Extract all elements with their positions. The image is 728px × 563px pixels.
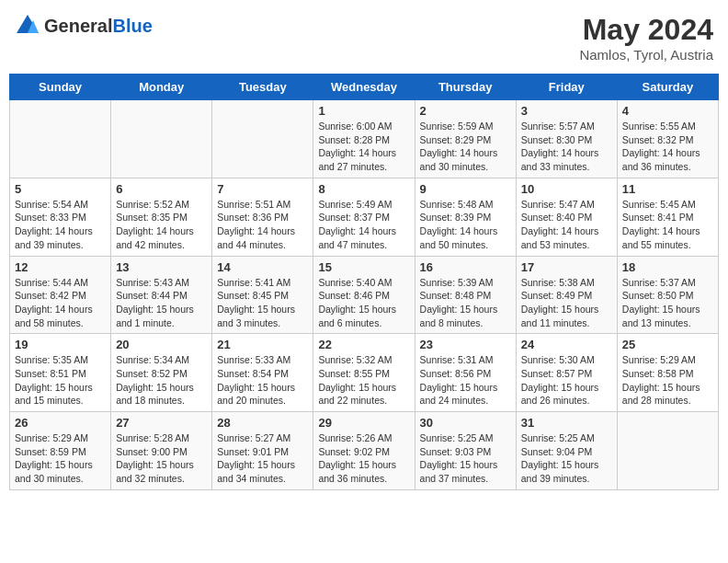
logo-general: General <box>44 16 112 36</box>
day-number: 4 <box>622 104 713 118</box>
day-cell-5: 5Sunrise: 5:54 AM Sunset: 8:33 PM Daylig… <box>10 178 111 256</box>
day-info: Sunrise: 5:48 AM Sunset: 8:39 PM Dayligh… <box>420 198 511 252</box>
day-info: Sunrise: 5:43 AM Sunset: 8:44 PM Dayligh… <box>116 276 207 330</box>
day-info: Sunrise: 5:49 AM Sunset: 8:37 PM Dayligh… <box>318 198 409 252</box>
day-info: Sunrise: 5:52 AM Sunset: 8:35 PM Dayligh… <box>116 198 207 252</box>
day-number: 28 <box>217 416 308 430</box>
day-number: 17 <box>521 260 612 274</box>
day-cell-19: 19Sunrise: 5:35 AM Sunset: 8:51 PM Dayli… <box>10 334 111 412</box>
day-info: Sunrise: 5:39 AM Sunset: 8:48 PM Dayligh… <box>420 276 511 330</box>
day-cell-26: 26Sunrise: 5:29 AM Sunset: 8:59 PM Dayli… <box>10 412 111 490</box>
day-cell-6: 6Sunrise: 5:52 AM Sunset: 8:35 PM Daylig… <box>111 178 212 256</box>
empty-cell <box>212 100 313 178</box>
day-number: 13 <box>116 260 207 274</box>
day-cell-7: 7Sunrise: 5:51 AM Sunset: 8:36 PM Daylig… <box>212 178 313 256</box>
day-cell-28: 28Sunrise: 5:27 AM Sunset: 9:01 PM Dayli… <box>212 412 313 490</box>
empty-cell <box>10 100 111 178</box>
day-cell-1: 1Sunrise: 6:00 AM Sunset: 8:28 PM Daylig… <box>313 100 415 178</box>
day-number: 9 <box>420 182 511 196</box>
day-info: Sunrise: 5:26 AM Sunset: 9:02 PM Dayligh… <box>318 431 409 486</box>
day-info: Sunrise: 5:59 AM Sunset: 8:29 PM Dayligh… <box>420 120 511 174</box>
day-number: 6 <box>116 182 207 196</box>
day-info: Sunrise: 5:37 AM Sunset: 8:50 PM Dayligh… <box>622 276 713 330</box>
day-number: 25 <box>622 338 713 351</box>
day-cell-11: 11Sunrise: 5:45 AM Sunset: 8:41 PM Dayli… <box>617 178 718 256</box>
day-cell-23: 23Sunrise: 5:31 AM Sunset: 8:56 PM Dayli… <box>415 334 516 412</box>
day-number: 21 <box>217 338 308 351</box>
day-number: 5 <box>15 182 106 196</box>
page-header: GeneralBlue May 2024 Namlos, Tyrol, Aust… <box>9 9 719 66</box>
day-cell-10: 10Sunrise: 5:47 AM Sunset: 8:40 PM Dayli… <box>516 178 617 256</box>
day-cell-25: 25Sunrise: 5:29 AM Sunset: 8:58 PM Dayli… <box>617 334 718 412</box>
week-row-5: 26Sunrise: 5:29 AM Sunset: 8:59 PM Dayli… <box>10 412 719 490</box>
day-number: 15 <box>318 260 409 274</box>
logo-blue: Blue <box>112 16 152 36</box>
day-cell-13: 13Sunrise: 5:43 AM Sunset: 8:44 PM Dayli… <box>111 256 212 334</box>
day-info: Sunrise: 5:30 AM Sunset: 8:57 PM Dayligh… <box>521 353 612 408</box>
day-info: Sunrise: 5:27 AM Sunset: 9:01 PM Dayligh… <box>217 431 308 486</box>
day-cell-21: 21Sunrise: 5:33 AM Sunset: 8:54 PM Dayli… <box>212 334 313 412</box>
day-cell-12: 12Sunrise: 5:44 AM Sunset: 8:42 PM Dayli… <box>10 256 111 334</box>
day-number: 1 <box>318 104 409 118</box>
day-cell-15: 15Sunrise: 5:40 AM Sunset: 8:46 PM Dayli… <box>313 256 415 334</box>
day-info: Sunrise: 5:31 AM Sunset: 8:56 PM Dayligh… <box>420 353 511 408</box>
day-cell-4: 4Sunrise: 5:55 AM Sunset: 8:32 PM Daylig… <box>617 100 718 178</box>
day-info: Sunrise: 5:54 AM Sunset: 8:33 PM Dayligh… <box>15 198 106 252</box>
day-number: 24 <box>521 338 612 351</box>
day-info: Sunrise: 5:35 AM Sunset: 8:51 PM Dayligh… <box>15 353 106 408</box>
day-info: Sunrise: 5:55 AM Sunset: 8:32 PM Dayligh… <box>622 120 713 174</box>
day-info: Sunrise: 5:25 AM Sunset: 9:04 PM Dayligh… <box>521 431 612 486</box>
day-number: 14 <box>217 260 308 274</box>
day-info: Sunrise: 5:29 AM Sunset: 8:58 PM Dayligh… <box>622 353 713 408</box>
day-number: 29 <box>318 416 409 430</box>
day-cell-14: 14Sunrise: 5:41 AM Sunset: 8:45 PM Dayli… <box>212 256 313 334</box>
day-number: 27 <box>116 416 207 430</box>
weekday-header-tuesday: Tuesday <box>212 75 313 100</box>
weekday-header-saturday: Saturday <box>617 75 718 100</box>
calendar-table: SundayMondayTuesdayWednesdayThursdayFrid… <box>9 74 719 490</box>
day-number: 30 <box>420 416 511 430</box>
day-number: 3 <box>521 104 612 118</box>
calendar-title: May 2024 <box>579 13 713 47</box>
day-number: 16 <box>420 260 511 274</box>
week-row-2: 5Sunrise: 5:54 AM Sunset: 8:33 PM Daylig… <box>10 178 719 256</box>
day-info: Sunrise: 5:28 AM Sunset: 9:00 PM Dayligh… <box>116 431 207 486</box>
day-number: 22 <box>318 338 409 351</box>
week-row-1: 1Sunrise: 6:00 AM Sunset: 8:28 PM Daylig… <box>10 100 719 178</box>
day-number: 19 <box>15 338 106 351</box>
day-info: Sunrise: 5:57 AM Sunset: 8:30 PM Dayligh… <box>521 120 612 174</box>
weekday-header-sunday: Sunday <box>10 75 111 100</box>
day-cell-30: 30Sunrise: 5:25 AM Sunset: 9:03 PM Dayli… <box>415 412 516 490</box>
title-block: May 2024 Namlos, Tyrol, Austria <box>579 13 713 63</box>
logo-icon <box>15 13 40 39</box>
day-number: 2 <box>420 104 511 118</box>
empty-cell <box>111 100 212 178</box>
day-info: Sunrise: 6:00 AM Sunset: 8:28 PM Dayligh… <box>318 120 409 174</box>
day-number: 7 <box>217 182 308 196</box>
day-info: Sunrise: 5:38 AM Sunset: 8:49 PM Dayligh… <box>521 276 612 330</box>
week-row-3: 12Sunrise: 5:44 AM Sunset: 8:42 PM Dayli… <box>10 256 719 334</box>
empty-cell <box>617 412 718 490</box>
weekday-header-wednesday: Wednesday <box>313 75 415 100</box>
weekday-header-monday: Monday <box>111 75 212 100</box>
weekday-header-thursday: Thursday <box>415 75 516 100</box>
day-number: 8 <box>318 182 409 196</box>
day-number: 31 <box>521 416 612 430</box>
day-cell-29: 29Sunrise: 5:26 AM Sunset: 9:02 PM Dayli… <box>313 412 415 490</box>
day-info: Sunrise: 5:33 AM Sunset: 8:54 PM Dayligh… <box>217 353 308 408</box>
day-cell-2: 2Sunrise: 5:59 AM Sunset: 8:29 PM Daylig… <box>415 100 516 178</box>
day-number: 23 <box>420 338 511 351</box>
day-cell-27: 27Sunrise: 5:28 AM Sunset: 9:00 PM Dayli… <box>111 412 212 490</box>
day-cell-31: 31Sunrise: 5:25 AM Sunset: 9:04 PM Dayli… <box>516 412 617 490</box>
weekday-header-friday: Friday <box>516 75 617 100</box>
logo-text: GeneralBlue <box>44 16 153 37</box>
day-number: 26 <box>15 416 106 430</box>
weekday-header-row: SundayMondayTuesdayWednesdayThursdayFrid… <box>10 75 719 100</box>
day-cell-9: 9Sunrise: 5:48 AM Sunset: 8:39 PM Daylig… <box>415 178 516 256</box>
day-number: 20 <box>116 338 207 351</box>
day-info: Sunrise: 5:45 AM Sunset: 8:41 PM Dayligh… <box>622 198 713 252</box>
day-cell-3: 3Sunrise: 5:57 AM Sunset: 8:30 PM Daylig… <box>516 100 617 178</box>
calendar-subtitle: Namlos, Tyrol, Austria <box>579 47 713 63</box>
day-info: Sunrise: 5:32 AM Sunset: 8:55 PM Dayligh… <box>318 353 409 408</box>
day-info: Sunrise: 5:44 AM Sunset: 8:42 PM Dayligh… <box>15 276 106 330</box>
